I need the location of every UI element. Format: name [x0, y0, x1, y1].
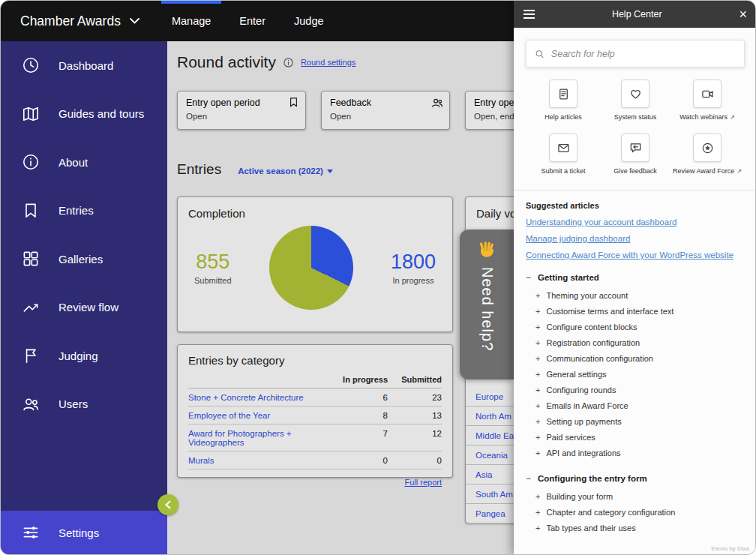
suggested-articles-title: Suggested articles	[526, 201, 745, 210]
sidebar-item-judging[interactable]: Judging	[1, 332, 167, 380]
tile-help-articles[interactable]: Help articles	[527, 80, 599, 121]
sliders-icon	[21, 523, 40, 542]
submitted-value: 855	[194, 250, 232, 274]
sidebar-item-galleries[interactable]: Galleries	[1, 235, 167, 284]
help-article-item[interactable]: +API and integrations	[526, 445, 745, 460]
category-link[interactable]: Employee of the Year	[188, 406, 334, 424]
submitted-stat: 855 Submitted	[194, 250, 232, 285]
help-article-item[interactable]: +Chapter and category configuration	[526, 504, 745, 520]
menu-icon[interactable]	[524, 8, 535, 21]
tile-system-status[interactable]: System status	[599, 80, 671, 121]
submitted-count: 12	[388, 424, 442, 452]
expand-icon: +	[536, 386, 540, 394]
help-article-item[interactable]: +Setting up payments	[526, 413, 745, 429]
sidebar-settings-label: Settings	[58, 526, 99, 539]
expand-icon: +	[536, 307, 540, 316]
tile-label: System status	[614, 113, 657, 121]
expand-icon: +	[536, 291, 540, 300]
sidebar-collapse-button[interactable]	[158, 494, 178, 515]
map-icon	[21, 104, 40, 124]
section-getting-started[interactable]: − Getting started	[526, 272, 745, 283]
help-article-item[interactable]: +Theming your account	[526, 287, 745, 303]
help-article-item[interactable]: +Paid services	[526, 429, 745, 445]
need-help-label: Need help?	[478, 267, 496, 351]
expand-icon: +	[536, 338, 540, 347]
round-card-entry-open-period[interactable]: Entry open period Open	[177, 91, 306, 130]
in-progress-count: 0	[334, 452, 388, 470]
tab-enter[interactable]: Enter	[225, 1, 280, 41]
entries-by-category-card: Entries by category In progress Submitte…	[177, 344, 453, 478]
help-article-item[interactable]: +Tab types and their uses	[526, 520, 745, 536]
tab-enter-label: Enter	[239, 15, 266, 27]
sidebar-item-label: Review flow	[58, 301, 118, 314]
tab-judge-label: Judge	[294, 15, 324, 27]
tab-manage[interactable]: Manage	[158, 1, 225, 41]
entries-by-category-title: Entries by category	[188, 354, 442, 367]
category-link[interactable]: Murals	[188, 452, 334, 470]
sidebar-item-dashboard[interactable]: Dashboard	[1, 41, 167, 90]
collapse-icon: −	[526, 473, 531, 484]
sidebar-item-about[interactable]: About	[1, 138, 167, 187]
expand-icon: +	[536, 417, 540, 426]
tile-review-award-force[interactable]: Review Award Force↗	[671, 134, 743, 175]
completion-title: Completion	[188, 207, 442, 220]
expand-icon: +	[536, 508, 540, 517]
need-help-tab[interactable]: Need help?	[460, 230, 514, 380]
tab-judge[interactable]: Judge	[280, 1, 338, 41]
suggested-article-link[interactable]: Connecting Award Force with your WordPre…	[526, 250, 745, 260]
category-link[interactable]: Award for Photographers + Videographers	[188, 424, 334, 452]
bookmark-icon	[287, 96, 300, 109]
sidebar-item-guides-and-tours[interactable]: Guides and tours	[1, 90, 167, 139]
help-article-item[interactable]: +Emails in Award Force	[526, 398, 745, 413]
info-icon[interactable]	[283, 57, 294, 68]
close-icon[interactable]: ×	[739, 8, 747, 21]
season-selector[interactable]: Active season (2022)	[238, 166, 333, 176]
external-link-icon: ↗	[730, 114, 735, 121]
full-report-link[interactable]: Full report	[404, 478, 442, 487]
sidebar-item-review-flow[interactable]: Review flow	[1, 284, 167, 332]
help-article-item[interactable]: +General settings	[526, 366, 745, 382]
bookmark-icon	[21, 201, 40, 220]
suggested-article-link[interactable]: Understanding your account dashboard	[526, 218, 745, 226]
grid-icon	[21, 249, 40, 268]
entries-header: Entries Active season (2022)	[177, 161, 333, 178]
help-article-item[interactable]: +Building your form	[526, 488, 745, 504]
help-article-label: Configure content blocks	[546, 322, 637, 332]
chevron-down-icon	[130, 18, 140, 24]
tile-watch-webinars[interactable]: Watch webinars↗	[671, 80, 743, 121]
tile-submit-a-ticket[interactable]: Submit a ticket	[527, 134, 599, 175]
category-link[interactable]: Stone + Concrete Architecture	[188, 388, 334, 406]
sidebar: Dashboard Guides and tours About Entries…	[1, 41, 167, 554]
help-article-label: Communication configuration	[546, 354, 652, 363]
suggested-article-link[interactable]: Manage judging dashboard	[526, 234, 745, 243]
waving-hand-icon	[477, 240, 496, 260]
round-settings-link[interactable]: Round settings	[301, 58, 356, 67]
round-card-feedback[interactable]: Feedback Open	[321, 91, 450, 130]
video-icon	[701, 88, 714, 100]
sidebar-item-users[interactable]: Users	[1, 380, 167, 429]
sidebar-item-label: Dashboard	[58, 59, 113, 72]
sidebar-item-settings[interactable]: Settings	[1, 511, 167, 554]
flow-arrow-icon	[21, 298, 40, 317]
in-progress-count: 7	[334, 424, 388, 452]
help-article-item[interactable]: +Configure content blocks	[526, 319, 745, 334]
help-article-item[interactable]: +Configuring rounds	[526, 382, 745, 398]
collapse-icon: −	[526, 272, 531, 283]
help-article-item[interactable]: +Registration configuration	[526, 334, 745, 350]
submitted-count: 13	[388, 406, 442, 424]
heart-icon	[629, 88, 642, 100]
sidebar-item-entries[interactable]: Entries	[1, 187, 167, 236]
help-search-input[interactable]	[551, 49, 736, 59]
help-article-label: Customise terms and interface text	[546, 307, 674, 316]
column-header-submitted: Submitted	[388, 371, 442, 388]
chevron-left-icon	[164, 500, 172, 509]
elevio-branding: Elevio by Dixa	[711, 545, 749, 552]
tile-give-feedback[interactable]: Give feedback	[599, 134, 671, 175]
help-center-title: Help Center	[535, 9, 739, 20]
account-switcher[interactable]: Chamber Awards	[20, 14, 140, 29]
help-article-item[interactable]: +Customise terms and interface text	[526, 303, 745, 319]
section-configuring-the-entry-form[interactable]: − Configuring the entry form	[526, 473, 745, 484]
help-article-item[interactable]: +Communication configuration	[526, 350, 745, 366]
help-article-label: Configuring rounds	[546, 386, 616, 394]
app-window: Chamber Awards Manage Enter Judge Dashbo…	[0, 0, 756, 555]
